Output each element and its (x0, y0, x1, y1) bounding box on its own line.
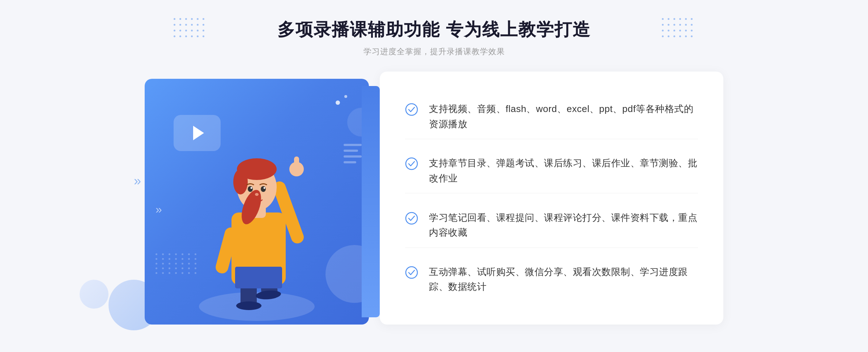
feature-text-2: 支持章节目录、弹题考试、课后练习、课后作业、章节测验、批改作业 (429, 156, 698, 186)
play-dot-2 (344, 95, 347, 98)
feature-item-2: 支持章节目录、弹题考试、课后练习、课后作业、章节测验、批改作业 (405, 149, 698, 193)
feature-text-1: 支持视频、音频、flash、word、excel、ppt、pdf等各种格式的资源… (429, 102, 698, 132)
svg-point-24 (406, 267, 417, 278)
illus-chevron-icon: » (156, 203, 162, 216)
check-circle-icon-4 (405, 266, 418, 279)
dots-decoration-right (662, 18, 694, 39)
illustration-card: » (145, 79, 369, 325)
svg-point-15 (248, 186, 253, 192)
svg-rect-20 (235, 267, 282, 288)
svg-point-19 (255, 193, 259, 196)
illus-stripe-lines (344, 144, 362, 166)
bg-circle-small (80, 280, 109, 309)
play-dot-1 (336, 100, 340, 105)
blue-side-strip (362, 86, 380, 317)
main-title-text: 多项录播课辅助功能 专为线上教学打造 (277, 18, 590, 41)
chevron-left-icon: » (134, 173, 141, 189)
svg-point-16 (261, 186, 266, 192)
sub-title: 学习进度全掌握，提升录播课教学效果 (277, 46, 590, 57)
content-area: » (145, 72, 723, 325)
feature-item-4: 互动弹幕、试听购买、微信分享、观看次数限制、学习进度跟踪、数据统计 (405, 257, 698, 302)
svg-point-18 (264, 187, 265, 189)
svg-point-17 (251, 187, 252, 189)
check-circle-icon-3 (405, 212, 418, 225)
svg-point-13 (233, 169, 248, 194)
header-section: 多项录播课辅助功能 专为线上教学打造 学习进度全掌握，提升录播课教学效果 (277, 18, 590, 57)
check-circle-icon-2 (405, 157, 418, 170)
svg-point-21 (406, 104, 417, 115)
check-circle-icon-1 (405, 103, 418, 116)
svg-point-22 (406, 158, 417, 169)
person-illustration (184, 126, 329, 325)
content-panel: 支持视频、音频、flash、word、excel、ppt、pdf等各种格式的资源… (380, 72, 723, 325)
page-wrapper: » 多项录播课辅助功能 专为线上教学打造 学习进度全掌握，提升录播课教学效果 (0, 0, 868, 352)
svg-point-3 (236, 301, 261, 310)
feature-text-3: 学习笔记回看、课程提问、课程评论打分、课件资料下载，重点内容收藏 (429, 210, 698, 240)
svg-rect-9 (294, 156, 299, 171)
feature-text-4: 互动弹幕、试听购买、微信分享、观看次数限制、学习进度跟踪、数据统计 (429, 265, 698, 295)
feature-item-3: 学习笔记回看、课程提问、课程评论打分、课件资料下载，重点内容收藏 (405, 203, 698, 248)
dots-decoration-left (174, 18, 206, 39)
svg-point-23 (406, 213, 417, 224)
feature-item-1: 支持视频、音频、flash、word、excel、ppt、pdf等各种格式的资源… (405, 94, 698, 139)
main-title: 多项录播课辅助功能 专为线上教学打造 (277, 18, 590, 41)
